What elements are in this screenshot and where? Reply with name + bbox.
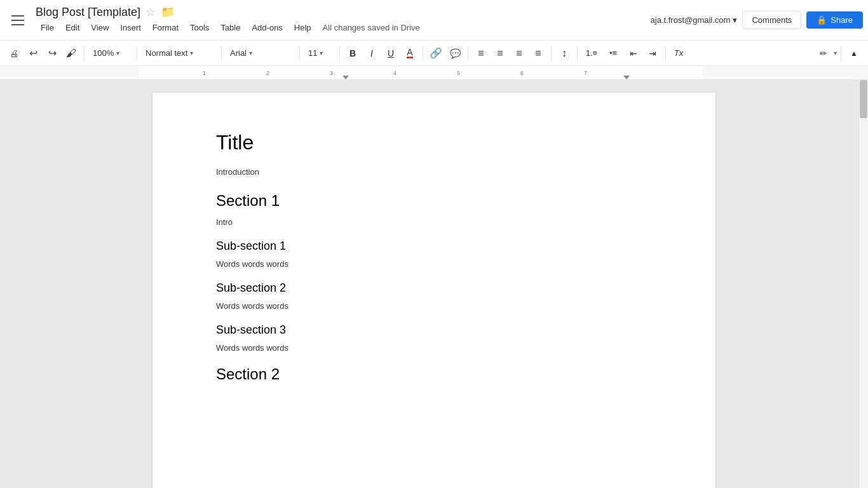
subsection1-body[interactable]: Words words words [216,259,665,269]
zoom-value: 100% [93,48,114,58]
main-area: Title Introduction Section 1 Intro Sub-s… [0,80,868,488]
share-label: Share [831,15,853,25]
user-arrow-icon: ▾ [733,15,737,25]
font-arrow-icon: ▾ [249,50,252,57]
toolbar: 🖨 ↩ ↪ 🖌 100% ▾ Normal text ▾ Arial ▾ 11 … [0,41,868,66]
section1-heading[interactable]: Section 1 [216,192,665,210]
font-color-button[interactable]: A [401,44,419,62]
comment-button[interactable]: 💬 [446,44,464,62]
zoom-dropdown[interactable]: 100% ▾ [88,44,133,62]
section1-intro[interactable]: Intro [216,217,665,227]
text-style-dropdown[interactable]: Normal text ▾ [141,44,217,62]
align-center-button[interactable]: ≡ [491,44,509,62]
font-color-label: A [407,48,412,58]
separator [577,47,578,60]
numbered-list-button[interactable]: 1.≡ [581,44,602,62]
menu-table[interactable]: Table [215,20,245,35]
undo-button[interactable]: ↩ [24,44,42,62]
menu-format[interactable]: Format [147,20,184,35]
italic-button[interactable]: I [363,44,381,62]
subsection2-heading[interactable]: Sub-section 2 [216,281,665,295]
ruler-tick-3: 3 [330,70,333,76]
font-size-arrow-icon: ▾ [320,50,323,57]
increase-indent-button[interactable]: ⇥ [644,44,661,62]
ruler-tick-7: 7 [584,70,587,76]
clear-format-button[interactable]: Tx [670,44,688,62]
collapse-toolbar-button[interactable]: ▲ [845,44,863,62]
separator [84,47,85,60]
top-right-actions: aja.t.frost@gmail.com ▾ Comments 🔒 Share [651,11,863,29]
menu-edit[interactable]: Edit [60,20,85,35]
align-right-button[interactable]: ≡ [510,44,528,62]
align-justify-button[interactable]: ≡ [529,44,547,62]
bullet-list-button[interactable]: •≡ [603,44,623,62]
folder-icon[interactable]: 📁 [161,5,175,19]
ruler-white-area: 1 2 3 4 5 6 7 [139,66,702,79]
print-button[interactable]: 🖨 [5,44,23,62]
separator [468,47,468,60]
separator [665,47,666,60]
comments-button[interactable]: Comments [742,11,801,29]
ruler-tick-2: 2 [266,70,269,76]
paint-format-button[interactable]: 🖌 [62,44,80,62]
menu-insert[interactable]: Insert [115,20,146,35]
ruler-tab-left[interactable] [342,76,349,79]
menu-tools[interactable]: Tools [185,20,214,35]
decrease-indent-button[interactable]: ⇤ [625,44,642,62]
menu-addons[interactable]: Add-ons [247,20,287,35]
document-page[interactable]: Title Introduction Section 1 Intro Sub-s… [153,93,715,488]
font-dropdown[interactable]: Arial ▾ [226,44,295,62]
menu-help[interactable]: Help [289,20,316,35]
link-button[interactable]: 🔗 [427,44,445,62]
bold-button[interactable]: B [344,44,362,62]
document-area[interactable]: Title Introduction Section 1 Intro Sub-s… [0,80,868,488]
menu-bar: File Edit View Insert Format Tools Table… [36,20,651,35]
doc-title-area: Blog Post [Template] ☆ 📁 File Edit View … [36,5,651,35]
separator [423,47,423,60]
ruler-tick-4: 4 [393,70,397,76]
subsection3-body[interactable]: Words words words [216,343,665,353]
hamburger-icon [11,24,24,25]
hamburger-icon [11,15,24,17]
auto-save-status: All changes saved in Drive [323,23,420,32]
pen-button[interactable]: ✏ [815,44,832,62]
scrollbar[interactable] [858,80,868,488]
top-bar: Blog Post [Template] ☆ 📁 File Edit View … [0,0,868,41]
style-arrow-icon: ▾ [190,50,193,57]
ruler-tick-1: 1 [203,70,206,76]
hamburger-icon [11,20,24,21]
separator [841,47,841,60]
document-introduction[interactable]: Introduction [216,167,665,177]
document-title[interactable]: Title [216,131,665,154]
ruler: 1 2 3 4 5 6 7 [0,66,868,80]
separator [299,47,300,60]
menu-view[interactable]: View [86,20,114,35]
subsection1-heading[interactable]: Sub-section 1 [216,240,665,253]
subsection2-body[interactable]: Words words words [216,301,665,311]
user-email: aja.t.frost@gmail.com [651,15,731,25]
separator [137,47,137,60]
underline-button[interactable]: U [382,44,400,62]
section2-heading[interactable]: Section 2 [216,365,665,383]
zoom-arrow-icon: ▾ [116,50,119,57]
pen-arrow-icon[interactable]: ▾ [834,50,837,57]
font-size-dropdown[interactable]: 11 ▾ [304,44,336,62]
ruler-tick-6: 6 [520,70,524,76]
star-icon[interactable]: ☆ [146,5,156,19]
menu-file[interactable]: File [36,20,59,35]
scrollbar-thumb[interactable] [860,80,867,118]
ruler-tab-right[interactable] [623,76,630,79]
redo-button[interactable]: ↪ [43,44,61,62]
user-account[interactable]: aja.t.frost@gmail.com ▾ [651,15,738,25]
line-spacing-button[interactable]: ↕ [555,44,573,62]
share-button[interactable]: 🔒 Share [806,11,863,29]
separator [339,47,340,60]
font-size-value: 11 [308,48,317,58]
app-menu-button[interactable] [5,8,31,33]
doc-title[interactable]: Blog Post [Template] [36,6,140,19]
align-left-button[interactable]: ≡ [472,44,490,62]
separator [551,47,552,60]
subsection3-heading[interactable]: Sub-section 3 [216,323,665,337]
style-value: Normal text [146,48,187,58]
separator [221,47,222,60]
